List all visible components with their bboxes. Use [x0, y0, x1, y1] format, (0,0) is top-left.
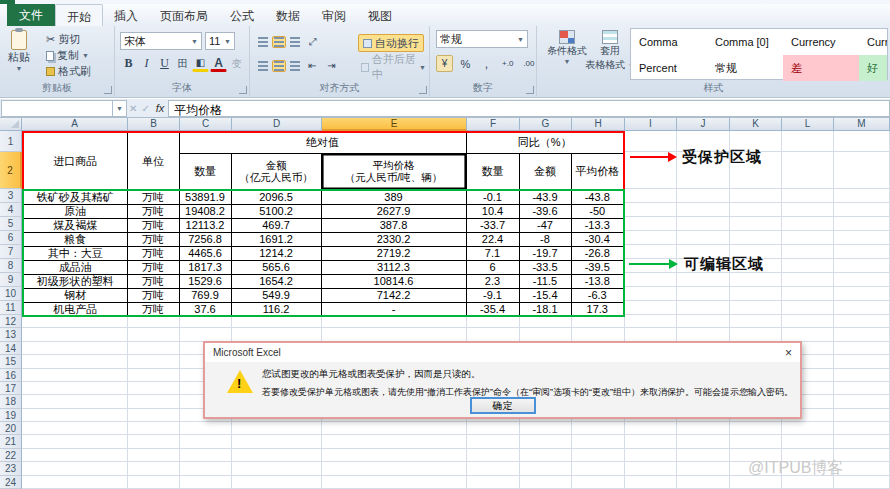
grid-cell[interactable]	[677, 231, 730, 245]
align-bottom-button[interactable]	[288, 36, 302, 48]
table-cell[interactable]: 10.4	[466, 204, 519, 218]
name-box-caret-icon[interactable]: ▼	[113, 100, 127, 117]
table-cell[interactable]: -18.1	[519, 302, 571, 316]
grid-cell[interactable]	[128, 395, 180, 408]
grid-cell[interactable]	[232, 462, 322, 475]
grid-cell[interactable]	[782, 315, 834, 328]
formula-input[interactable]: 平均价格	[168, 100, 890, 117]
grid-cell[interactable]	[677, 189, 730, 203]
row-header-15[interactable]: 15	[0, 355, 22, 368]
font-size-combo[interactable]: 11 ▼	[205, 32, 235, 50]
decrease-indent-button[interactable]: ⇤	[304, 57, 321, 74]
grid-cell[interactable]	[22, 342, 128, 355]
grid-cell[interactable]	[834, 259, 890, 273]
grid-cell[interactable]	[625, 203, 677, 217]
column-header-F[interactable]: F	[467, 118, 520, 131]
dialog-close-button[interactable]: ×	[785, 348, 792, 358]
select-all-button[interactable]	[0, 118, 22, 131]
grid-cell[interactable]	[22, 369, 128, 382]
grid-cell[interactable]	[572, 328, 625, 341]
table-cell[interactable]: 7.1	[466, 246, 519, 260]
table-cell[interactable]: 初级形状的塑料	[23, 274, 127, 288]
grid-cell[interactable]	[625, 217, 677, 231]
grid-cell[interactable]	[834, 245, 890, 259]
grid-cell[interactable]	[782, 301, 834, 315]
grid-cell[interactable]	[128, 422, 180, 435]
row-header-22[interactable]: 22	[0, 449, 22, 462]
table-cell[interactable]: 1654.2	[231, 274, 321, 288]
grid-cell[interactable]	[232, 435, 322, 448]
grid-cell[interactable]	[520, 435, 572, 448]
table-cell[interactable]: 万吨	[127, 260, 179, 274]
grid-cell[interactable]	[520, 328, 572, 341]
table-cell[interactable]: 2627.9	[321, 204, 466, 218]
row-header-24[interactable]: 24	[0, 476, 22, 489]
merge-center-button[interactable]: 合并后居中 ▼	[358, 58, 429, 76]
row-header-23[interactable]: 23	[0, 462, 22, 475]
grid-cell[interactable]	[834, 203, 890, 217]
table-cell[interactable]: 469.7	[231, 218, 321, 232]
table-cell[interactable]: 2096.5	[231, 190, 321, 204]
table-cell[interactable]: -0.1	[466, 190, 519, 204]
table-cell[interactable]: -39.6	[519, 204, 571, 218]
tab-review[interactable]: 审阅	[311, 4, 357, 26]
row-header-18[interactable]: 18	[0, 395, 22, 408]
grid-cell[interactable]	[782, 273, 834, 287]
table-cell[interactable]: 10814.6	[321, 274, 466, 288]
table-cell[interactable]: 万吨	[127, 218, 179, 232]
grid-cell[interactable]	[834, 409, 890, 422]
table-cell[interactable]: 万吨	[127, 246, 179, 260]
table-cell[interactable]: -15.4	[519, 288, 571, 302]
grid-cell[interactable]	[22, 449, 128, 462]
row-header-13[interactable]: 13	[0, 328, 22, 341]
tab-data[interactable]: 数据	[265, 4, 311, 26]
style-gallery-item[interactable]: Comma	[631, 29, 707, 55]
row-header-14[interactable]: 14	[0, 342, 22, 355]
underline-button[interactable]: U	[156, 55, 173, 72]
grid-cell[interactable]	[730, 287, 782, 301]
grid-cell[interactable]	[180, 449, 232, 462]
grid-cell[interactable]	[128, 328, 180, 341]
style-gallery-item[interactable]: Percent	[631, 55, 707, 81]
grid-cell[interactable]	[730, 328, 782, 341]
table-cell[interactable]: 4465.6	[179, 246, 231, 260]
style-gallery-item[interactable]: Currency	[783, 29, 859, 55]
dialog-title-bar[interactable]: Microsoft Excel ×	[205, 343, 800, 362]
name-box[interactable]	[1, 100, 113, 117]
grid-cell[interactable]	[730, 422, 782, 435]
grid-cell[interactable]	[625, 273, 677, 287]
grid-cell[interactable]	[22, 462, 128, 475]
grid-cell[interactable]	[677, 462, 730, 475]
table-cell[interactable]: -43.9	[519, 190, 571, 204]
table-cell[interactable]: 煤及褐煤	[23, 218, 127, 232]
grid-cell[interactable]	[782, 422, 834, 435]
grid-cell[interactable]	[572, 435, 625, 448]
row-header-19[interactable]: 19	[0, 409, 22, 422]
grid-cell[interactable]	[322, 422, 467, 435]
orientation-button[interactable]: ⤢	[304, 33, 321, 50]
grid-cell[interactable]	[128, 342, 180, 355]
table-cell[interactable]: 387.8	[321, 218, 466, 232]
grid-cell[interactable]	[467, 462, 520, 475]
table-cell[interactable]: 19408.2	[179, 204, 231, 218]
row-header-8[interactable]: 8	[0, 259, 22, 273]
table-cell[interactable]: 万吨	[127, 190, 179, 204]
grid-cell[interactable]	[782, 231, 834, 245]
percent-style-button[interactable]: %	[457, 55, 474, 72]
grid-cell[interactable]	[730, 273, 782, 287]
grid-cell[interactable]	[677, 273, 730, 287]
grid-cell[interactable]	[834, 395, 890, 408]
row-header-3[interactable]: 3	[0, 189, 22, 203]
table-cell[interactable]: 平均价格	[571, 153, 624, 190]
grid-cell[interactable]	[834, 435, 890, 448]
table-cell[interactable]: 进口商品	[23, 132, 127, 190]
table-cell[interactable]: -43.8	[571, 190, 624, 204]
table-cell[interactable]: 粮食	[23, 232, 127, 246]
grid-cell[interactable]	[520, 462, 572, 475]
table-cell[interactable]: 同比（%）	[466, 132, 624, 153]
grid-cell[interactable]	[625, 315, 677, 328]
row-header-9[interactable]: 9	[0, 273, 22, 287]
grid-cell[interactable]	[128, 382, 180, 395]
table-cell[interactable]: 万吨	[127, 302, 179, 316]
table-cell[interactable]: 3112.3	[321, 260, 466, 274]
